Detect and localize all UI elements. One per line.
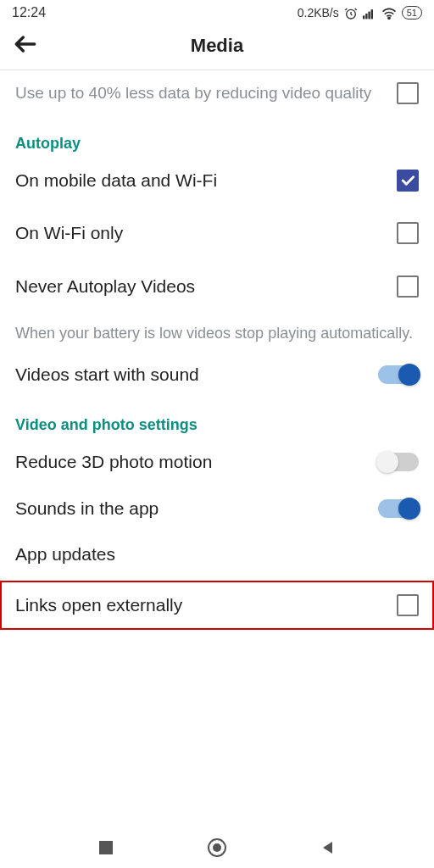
option-label: On Wi-Fi only [15,222,397,244]
setting-data-saver[interactable]: Use up to 40% less data by reducing vide… [15,70,419,116]
svg-point-8 [213,843,221,852]
nav-recent-icon[interactable] [89,840,123,855]
option-label: Never Autoplay Videos [15,275,397,298]
status-time: 12:24 [12,5,46,20]
battery-icon: 51 [402,6,422,19]
signal-icon [363,6,376,19]
nav-back-icon[interactable] [311,840,345,855]
svg-rect-2 [365,14,367,19]
svg-rect-4 [370,9,372,19]
checkbox-links-external[interactable] [397,594,419,616]
checkbox-data-saver[interactable] [397,82,419,104]
setting-label: Use up to 40% less data by reducing vide… [15,83,397,103]
status-bar: 12:24 0.2KB/s 51 [0,0,434,22]
option-wifi-only[interactable]: On Wi-Fi only [15,210,419,256]
section-autoplay: Autoplay [15,116,419,158]
setting-sounds-app[interactable]: Sounds in the app [15,486,419,531]
autoplay-helper: When your battery is low videos stop pla… [15,309,419,352]
svg-rect-6 [99,841,113,854]
option-mobile-wifi[interactable]: On mobile data and Wi-Fi [15,158,419,203]
checkbox-wifi-only[interactable] [397,222,419,244]
checkbox-mobile-wifi[interactable] [397,170,419,192]
page-title: Media [0,35,434,57]
app-bar: Media [0,22,434,70]
setting-app-updates[interactable]: App updates [15,531,419,577]
option-label: On mobile data and Wi-Fi [15,170,397,192]
svg-rect-1 [363,16,364,19]
setting-label: Sounds in the app [15,498,378,520]
toggle-reduce-3d[interactable] [378,453,419,471]
setting-label: Links open externally [15,594,397,616]
system-navbar [0,827,434,868]
svg-point-5 [388,17,390,19]
option-never[interactable]: Never Autoplay Videos [15,264,419,309]
section-video-photo: Video and photo settings [15,398,419,439]
toggle-sounds-app[interactable] [378,499,419,518]
wifi-icon [381,6,397,19]
nav-home-icon[interactable] [200,837,234,858]
toggle-videos-sound[interactable] [378,365,419,384]
svg-rect-3 [368,12,370,19]
setting-label: App updates [15,543,419,565]
status-right: 0.2KB/s 51 [298,5,422,19]
setting-label: Videos start with sound [15,364,378,386]
data-rate: 0.2KB/s [298,6,339,19]
setting-label: Reduce 3D photo motion [15,451,378,473]
setting-links-external[interactable]: Links open externally [0,581,434,630]
checkbox-never[interactable] [397,275,419,298]
setting-videos-sound[interactable]: Videos start with sound [15,352,419,398]
alarm-icon [344,5,358,19]
setting-reduce-3d[interactable]: Reduce 3D photo motion [15,439,419,485]
